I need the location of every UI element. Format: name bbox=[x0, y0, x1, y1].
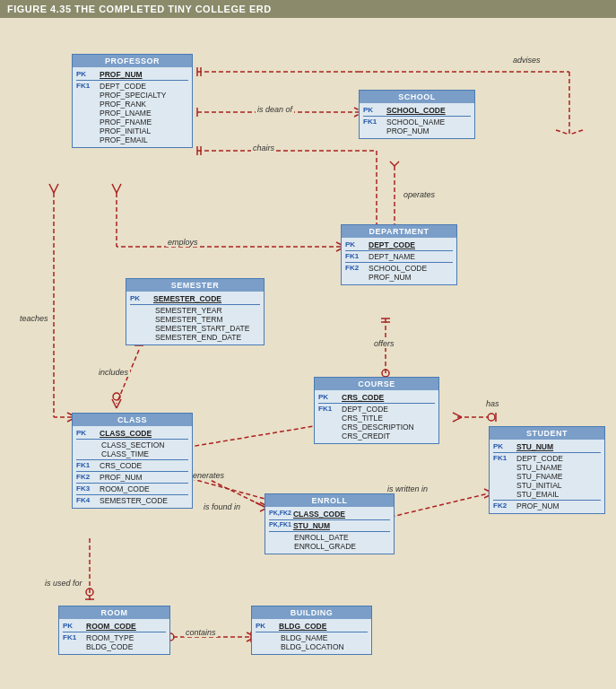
svg-point-41 bbox=[113, 393, 120, 400]
professor-fk1-label: FK1 bbox=[76, 82, 100, 90]
student-body: PK STU_NUM FK1 DEPT_CODE STU_LNAME STU_F… bbox=[490, 440, 604, 513]
semester-header: SEMESTER bbox=[126, 279, 264, 292]
dept-fk2-fields: SCHOOL_CODE PROF_NUM bbox=[369, 264, 427, 282]
svg-point-54 bbox=[488, 414, 495, 421]
building-pk-label: PK bbox=[256, 622, 279, 630]
dept-pk-label: PK bbox=[345, 240, 369, 249]
enroll-body: PK,FK2 CLASS_CODE PK,FK1 STU_NUM ENROLL_… bbox=[265, 507, 394, 554]
course-fk1-fields: DEPT_CODE CRS_TITLE CRS_DESCRIPTION CRS_… bbox=[342, 405, 414, 440]
svg-line-40 bbox=[117, 399, 121, 408]
room-body: PK ROOM_CODE FK1 ROOM_TYPE BLDG_CODE bbox=[59, 619, 169, 654]
svg-point-35 bbox=[382, 370, 389, 377]
building-fields: BLDG_NAME BLDG_LOCATION bbox=[281, 633, 344, 651]
class-pk-label: PK bbox=[76, 429, 100, 437]
semester-pk-field: SEMESTER_CODE bbox=[153, 294, 221, 303]
class-fk2-label: FK2 bbox=[76, 473, 100, 481]
entity-department: DEPARTMENT PK DEPT_CODE FK1 DEPT_NAME FK… bbox=[341, 224, 457, 285]
semester-fields: SEMESTER_YEAR SEMESTER_TERM SEMESTER_STA… bbox=[155, 306, 249, 342]
entity-class: CLASS PK CLASS_CODE CLASS_SECTION CLASS_… bbox=[72, 413, 193, 509]
professor-pk-label: PK bbox=[76, 70, 100, 78]
svg-line-23 bbox=[117, 184, 121, 193]
svg-line-37 bbox=[117, 350, 139, 404]
dept-fk2-label: FK2 bbox=[345, 264, 369, 272]
room-header: ROOM bbox=[59, 606, 169, 619]
entity-professor: PROFESSOR PK PROF_NUM FK1 DEPT_CODE PROF… bbox=[72, 54, 193, 148]
label-advises: advises bbox=[511, 56, 542, 65]
entity-course: COURSE PK CRS_CODE FK1 DEPT_CODE CRS_TIT… bbox=[314, 377, 439, 444]
student-header: STUDENT bbox=[490, 427, 604, 440]
school-body: PK SCHOOL_CODE FK1 SCHOOL_NAME PROF_NUM bbox=[360, 103, 474, 138]
class-pk-field: CLASS_CODE bbox=[100, 429, 152, 438]
enroll-stu-num: STU_NUM bbox=[293, 521, 330, 530]
entity-building: BUILDING PK BLDG_CODE BLDG_NAME BLDG_LOC… bbox=[251, 606, 372, 655]
svg-line-17 bbox=[390, 161, 395, 166]
figure-title: FIGURE 4.35 THE COMPLETED TINY COLLEGE E… bbox=[7, 4, 272, 14]
student-fk1-label: FK1 bbox=[493, 454, 516, 462]
label-contains: contains bbox=[184, 628, 218, 637]
svg-line-46 bbox=[256, 502, 265, 507]
professor-fk1-fields: DEPT_CODE PROF_SPECIALTY PROF_RANK PROF_… bbox=[100, 82, 166, 144]
entity-enroll: ENROLL PK,FK2 CLASS_CODE PK,FK1 STU_NUM … bbox=[265, 493, 395, 554]
course-fk1-label: FK1 bbox=[318, 405, 342, 413]
course-body: PK CRS_CODE FK1 DEPT_CODE CRS_TITLE CRS_… bbox=[315, 390, 438, 443]
class-fk1-label: FK1 bbox=[76, 461, 100, 469]
svg-line-52 bbox=[453, 413, 462, 417]
professor-header: PROFESSOR bbox=[73, 55, 192, 67]
room-fk1-label: FK1 bbox=[63, 633, 86, 641]
dept-pk-field: DEPT_CODE bbox=[369, 240, 415, 249]
label-is-dean-of: is dean of bbox=[256, 105, 294, 114]
enroll-other-fields: ENROLL_DATE ENROLL_GRADE bbox=[294, 533, 356, 551]
svg-line-29 bbox=[54, 184, 58, 193]
svg-line-39 bbox=[112, 399, 117, 408]
svg-line-53 bbox=[453, 417, 462, 422]
room-fk1-fields: ROOM_TYPE BLDG_CODE bbox=[86, 633, 134, 651]
student-pk-field: STU_NUM bbox=[516, 442, 553, 451]
label-has: has bbox=[484, 399, 501, 408]
school-pk-field: SCHOOL_CODE bbox=[386, 106, 446, 115]
title-bar: FIGURE 4.35 THE COMPLETED TINY COLLEGE E… bbox=[0, 0, 616, 18]
page-wrapper: FIGURE 4.35 THE COMPLETED TINY COLLEGE E… bbox=[0, 0, 616, 682]
label-is-written-in: is written in bbox=[386, 484, 429, 493]
svg-line-18 bbox=[395, 161, 399, 166]
course-header: COURSE bbox=[315, 378, 438, 390]
svg-line-22 bbox=[112, 184, 117, 193]
dept-fk1-fields: DEPT_NAME bbox=[369, 252, 415, 261]
svg-point-61 bbox=[86, 589, 93, 596]
course-pk-label: PK bbox=[318, 393, 342, 401]
enroll-pkfk1-label: PK,FK1 bbox=[269, 521, 293, 528]
department-header: DEPARTMENT bbox=[342, 225, 456, 238]
school-fk1-label: FK1 bbox=[363, 118, 386, 126]
class-header: CLASS bbox=[73, 414, 192, 426]
label-employs: employs bbox=[166, 238, 200, 247]
label-operates: operates bbox=[402, 190, 437, 199]
label-includes: includes bbox=[97, 368, 130, 377]
semester-body: PK SEMESTER_CODE SEMESTER_YEAR SEMESTER_… bbox=[126, 292, 264, 344]
school-fk1-fields: SCHOOL_NAME PROF_NUM bbox=[386, 118, 445, 135]
svg-line-28 bbox=[49, 184, 54, 193]
student-fk2-label: FK2 bbox=[493, 501, 516, 510]
class-fk3-label: FK3 bbox=[76, 484, 100, 493]
course-pk-field: CRS_CODE bbox=[342, 393, 384, 402]
enroll-pkfk2-label: PK,FK2 bbox=[269, 510, 293, 516]
entity-school: SCHOOL PK SCHOOL_CODE FK1 SCHOOL_NAME PR… bbox=[359, 90, 475, 139]
dept-fk1-label: FK1 bbox=[345, 252, 369, 260]
semester-pk-label: PK bbox=[130, 294, 153, 302]
professor-pk-field: PROF_NUM bbox=[100, 70, 143, 79]
room-pk-field: ROOM_CODE bbox=[86, 622, 136, 631]
department-body: PK DEPT_CODE FK1 DEPT_NAME FK2 SCHOOL_CO… bbox=[342, 238, 456, 284]
class-other-fields: CLASS_SECTION CLASS_TIME bbox=[101, 440, 164, 458]
label-is-found-in: is found in bbox=[202, 502, 242, 511]
label-chairs: chairs bbox=[251, 144, 276, 153]
room-pk-label: PK bbox=[63, 622, 86, 630]
label-offers: offers bbox=[372, 339, 396, 348]
entity-room: ROOM PK ROOM_CODE FK1 ROOM_TYPE BLDG_COD… bbox=[58, 606, 170, 655]
school-pk-label: PK bbox=[363, 106, 386, 114]
entity-student: STUDENT PK STU_NUM FK1 DEPT_CODE STU_LNA… bbox=[489, 426, 605, 514]
student-fk1-fields: DEPT_CODE STU_LNAME STU_FNAME STU_INITIA… bbox=[516, 454, 563, 499]
entity-semester: SEMESTER PK SEMESTER_CODE SEMESTER_YEAR … bbox=[126, 278, 265, 345]
professor-body: PK PROF_NUM FK1 DEPT_CODE PROF_SPECIALTY… bbox=[73, 67, 192, 147]
building-pk-field: BLDG_CODE bbox=[279, 622, 326, 631]
svg-line-4 bbox=[569, 130, 583, 135]
school-header: SCHOOL bbox=[360, 91, 474, 103]
enroll-header: ENROLL bbox=[265, 494, 394, 507]
